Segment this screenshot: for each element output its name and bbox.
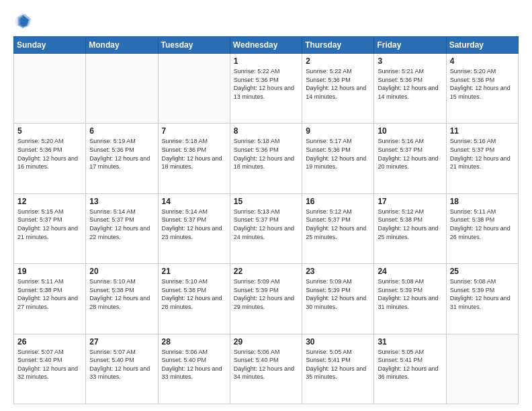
day-info: Sunrise: 5:16 AM Sunset: 5:37 PM Dayligh… xyxy=(450,137,515,171)
day-number: 19 xyxy=(17,267,82,276)
calendar-day-cell: 12Sunrise: 5:15 AM Sunset: 5:37 PM Dayli… xyxy=(14,193,86,263)
calendar-day-header: Thursday xyxy=(302,37,374,54)
calendar-day-cell: 7Sunrise: 5:18 AM Sunset: 5:36 PM Daylig… xyxy=(158,124,230,193)
calendar-header-row: SundayMondayTuesdayWednesdayThursdayFrid… xyxy=(14,37,519,54)
calendar-day-cell xyxy=(158,54,230,124)
calendar-day-cell: 3Sunrise: 5:21 AM Sunset: 5:36 PM Daylig… xyxy=(374,54,446,124)
calendar-week-row: 5Sunrise: 5:20 AM Sunset: 5:36 PM Daylig… xyxy=(14,124,519,193)
day-number: 5 xyxy=(17,126,82,136)
day-info: Sunrise: 5:10 AM Sunset: 5:38 PM Dayligh… xyxy=(89,277,154,311)
calendar-day-cell: 15Sunrise: 5:13 AM Sunset: 5:37 PM Dayli… xyxy=(230,193,302,263)
calendar-day-cell: 5Sunrise: 5:20 AM Sunset: 5:36 PM Daylig… xyxy=(14,124,86,193)
calendar-day-cell xyxy=(14,54,86,124)
day-number: 16 xyxy=(306,197,370,206)
day-info: Sunrise: 5:14 AM Sunset: 5:37 PM Dayligh… xyxy=(162,208,226,241)
calendar-day-cell: 19Sunrise: 5:11 AM Sunset: 5:38 PM Dayli… xyxy=(14,264,86,334)
header xyxy=(13,11,519,30)
day-number: 15 xyxy=(234,197,298,206)
calendar-day-cell: 9Sunrise: 5:17 AM Sunset: 5:36 PM Daylig… xyxy=(302,124,374,193)
day-number: 23 xyxy=(306,267,370,276)
calendar-day-cell: 8Sunrise: 5:18 AM Sunset: 5:36 PM Daylig… xyxy=(230,124,302,193)
calendar-day-cell: 2Sunrise: 5:22 AM Sunset: 5:36 PM Daylig… xyxy=(302,54,374,124)
day-number: 18 xyxy=(450,197,515,206)
calendar-day-cell: 14Sunrise: 5:14 AM Sunset: 5:37 PM Dayli… xyxy=(158,193,230,263)
calendar-day-header: Wednesday xyxy=(230,37,302,54)
day-number: 20 xyxy=(89,267,154,276)
day-number: 12 xyxy=(17,197,82,206)
day-info: Sunrise: 5:22 AM Sunset: 5:36 PM Dayligh… xyxy=(234,67,298,101)
calendar-day-cell: 17Sunrise: 5:12 AM Sunset: 5:38 PM Dayli… xyxy=(374,193,446,263)
day-number: 22 xyxy=(234,267,298,276)
calendar-week-row: 26Sunrise: 5:07 AM Sunset: 5:40 PM Dayli… xyxy=(14,334,519,404)
day-info: Sunrise: 5:05 AM Sunset: 5:41 PM Dayligh… xyxy=(378,348,442,381)
calendar-day-cell: 4Sunrise: 5:20 AM Sunset: 5:36 PM Daylig… xyxy=(446,54,518,124)
day-number: 2 xyxy=(306,56,370,66)
day-number: 13 xyxy=(89,197,154,206)
day-info: Sunrise: 5:08 AM Sunset: 5:39 PM Dayligh… xyxy=(450,277,515,311)
day-info: Sunrise: 5:17 AM Sunset: 5:36 PM Dayligh… xyxy=(306,137,370,171)
logo xyxy=(13,11,35,30)
day-info: Sunrise: 5:06 AM Sunset: 5:40 PM Dayligh… xyxy=(162,348,226,381)
logo-icon xyxy=(13,11,32,30)
calendar-day-cell: 24Sunrise: 5:08 AM Sunset: 5:39 PM Dayli… xyxy=(374,264,446,334)
calendar-day-cell: 11Sunrise: 5:16 AM Sunset: 5:37 PM Dayli… xyxy=(446,124,518,193)
day-info: Sunrise: 5:20 AM Sunset: 5:36 PM Dayligh… xyxy=(450,67,515,101)
calendar-day-cell: 30Sunrise: 5:05 AM Sunset: 5:41 PM Dayli… xyxy=(302,334,374,404)
page: SundayMondayTuesdayWednesdayThursdayFrid… xyxy=(0,0,532,411)
day-info: Sunrise: 5:22 AM Sunset: 5:36 PM Dayligh… xyxy=(306,67,370,101)
day-number: 8 xyxy=(234,126,298,136)
day-info: Sunrise: 5:19 AM Sunset: 5:36 PM Dayligh… xyxy=(89,137,154,171)
calendar-week-row: 19Sunrise: 5:11 AM Sunset: 5:38 PM Dayli… xyxy=(14,264,519,334)
calendar-day-cell: 28Sunrise: 5:06 AM Sunset: 5:40 PM Dayli… xyxy=(158,334,230,404)
day-number: 26 xyxy=(17,337,82,347)
calendar-day-cell: 10Sunrise: 5:16 AM Sunset: 5:37 PM Dayli… xyxy=(374,124,446,193)
calendar-day-cell: 31Sunrise: 5:05 AM Sunset: 5:41 PM Dayli… xyxy=(374,334,446,404)
calendar-day-cell: 20Sunrise: 5:10 AM Sunset: 5:38 PM Dayli… xyxy=(86,264,158,334)
calendar-day-cell xyxy=(446,334,518,404)
day-info: Sunrise: 5:18 AM Sunset: 5:36 PM Dayligh… xyxy=(234,137,298,171)
calendar-day-cell: 6Sunrise: 5:19 AM Sunset: 5:36 PM Daylig… xyxy=(86,124,158,193)
calendar-header: SundayMondayTuesdayWednesdayThursdayFrid… xyxy=(14,37,519,54)
calendar-day-cell: 22Sunrise: 5:09 AM Sunset: 5:39 PM Dayli… xyxy=(230,264,302,334)
day-number: 7 xyxy=(162,126,226,136)
day-info: Sunrise: 5:05 AM Sunset: 5:41 PM Dayligh… xyxy=(306,348,370,381)
calendar-day-header: Saturday xyxy=(446,37,518,54)
day-number: 24 xyxy=(378,267,442,276)
calendar-week-row: 12Sunrise: 5:15 AM Sunset: 5:37 PM Dayli… xyxy=(14,193,519,263)
calendar-day-cell xyxy=(86,54,158,124)
day-info: Sunrise: 5:14 AM Sunset: 5:37 PM Dayligh… xyxy=(89,208,154,241)
calendar-table: SundayMondayTuesdayWednesdayThursdayFrid… xyxy=(13,36,519,404)
day-info: Sunrise: 5:21 AM Sunset: 5:36 PM Dayligh… xyxy=(378,67,442,101)
day-number: 1 xyxy=(234,56,298,66)
calendar-day-cell: 27Sunrise: 5:07 AM Sunset: 5:40 PM Dayli… xyxy=(86,334,158,404)
day-number: 14 xyxy=(162,197,226,206)
day-info: Sunrise: 5:07 AM Sunset: 5:40 PM Dayligh… xyxy=(17,348,82,381)
day-info: Sunrise: 5:20 AM Sunset: 5:36 PM Dayligh… xyxy=(17,137,82,171)
calendar-day-cell: 26Sunrise: 5:07 AM Sunset: 5:40 PM Dayli… xyxy=(14,334,86,404)
day-info: Sunrise: 5:12 AM Sunset: 5:38 PM Dayligh… xyxy=(378,208,442,241)
calendar-day-header: Sunday xyxy=(14,37,86,54)
day-info: Sunrise: 5:18 AM Sunset: 5:36 PM Dayligh… xyxy=(162,137,226,171)
day-number: 11 xyxy=(450,126,515,136)
day-number: 31 xyxy=(378,337,442,347)
day-number: 17 xyxy=(378,197,442,206)
calendar-day-header: Friday xyxy=(374,37,446,54)
day-number: 30 xyxy=(306,337,370,347)
day-info: Sunrise: 5:08 AM Sunset: 5:39 PM Dayligh… xyxy=(378,277,442,311)
calendar-day-cell: 16Sunrise: 5:12 AM Sunset: 5:37 PM Dayli… xyxy=(302,193,374,263)
calendar-day-header: Monday xyxy=(86,37,158,54)
calendar-day-cell: 1Sunrise: 5:22 AM Sunset: 5:36 PM Daylig… xyxy=(230,54,302,124)
calendar-day-cell: 18Sunrise: 5:11 AM Sunset: 5:38 PM Dayli… xyxy=(446,193,518,263)
calendar-day-cell: 23Sunrise: 5:09 AM Sunset: 5:39 PM Dayli… xyxy=(302,264,374,334)
calendar-day-cell: 25Sunrise: 5:08 AM Sunset: 5:39 PM Dayli… xyxy=(446,264,518,334)
calendar-body: 1Sunrise: 5:22 AM Sunset: 5:36 PM Daylig… xyxy=(14,54,519,404)
day-info: Sunrise: 5:09 AM Sunset: 5:39 PM Dayligh… xyxy=(306,277,370,311)
day-info: Sunrise: 5:10 AM Sunset: 5:38 PM Dayligh… xyxy=(162,277,226,311)
day-number: 21 xyxy=(162,267,226,276)
day-number: 6 xyxy=(89,126,154,136)
day-number: 25 xyxy=(450,267,515,276)
day-info: Sunrise: 5:11 AM Sunset: 5:38 PM Dayligh… xyxy=(450,208,515,241)
day-number: 10 xyxy=(378,126,442,136)
day-number: 9 xyxy=(306,126,370,136)
day-number: 3 xyxy=(378,56,442,66)
